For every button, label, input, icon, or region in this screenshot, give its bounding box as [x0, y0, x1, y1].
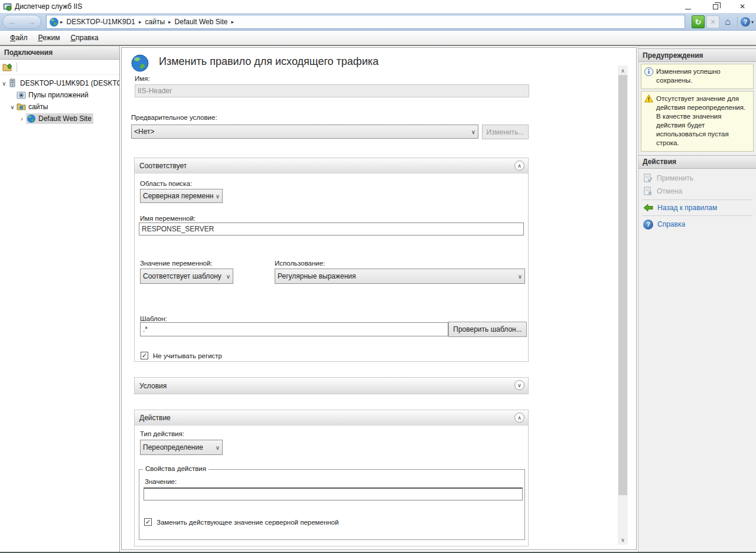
- divider: [642, 199, 752, 200]
- replace-value-checkbox[interactable]: ✓: [144, 518, 152, 526]
- breadcrumb-arrow-icon: ▸: [231, 19, 234, 25]
- stop-icon: ✕: [710, 18, 715, 26]
- scope-label: Область поиска:: [140, 180, 192, 187]
- breadcrumb-server[interactable]: DESKTOP-U1MK9D1: [67, 18, 135, 26]
- back-arrow-icon[interactable]: ←: [9, 18, 17, 26]
- connections-header-label: Подключения: [4, 48, 53, 57]
- action-type-select[interactable]: Переопределение ∨: [140, 440, 223, 455]
- iis-app-icon: [3, 2, 12, 11]
- menu-file[interactable]: Файл: [5, 32, 33, 44]
- forward-arrow-icon[interactable]: →: [28, 18, 35, 26]
- save-connection-icon[interactable]: [2, 63, 13, 72]
- rule-name-input: [135, 84, 529, 97]
- minimize-icon: [685, 9, 691, 9]
- chevron-expanded-icon[interactable]: ∨: [0, 80, 8, 87]
- edit-precondition-button: Изменить...: [482, 125, 529, 139]
- restore-icon: [713, 4, 718, 9]
- cancel-label: Отмена: [657, 187, 682, 195]
- chevron-down-icon: ∨: [216, 193, 220, 199]
- precondition-select[interactable]: <Нет> ∨: [131, 125, 478, 139]
- actions-panel: Предупреждения Изменения успешно сохране…: [638, 46, 756, 552]
- scroll-down-icon[interactable]: ∨: [618, 535, 628, 545]
- conditions-section-title: Условия: [139, 382, 167, 390]
- minimize-button[interactable]: [674, 0, 702, 13]
- action-value-input[interactable]: [144, 487, 523, 500]
- tree-item-app-pools[interactable]: Пулы приложений: [0, 89, 119, 101]
- chevron-expanded-icon[interactable]: ∨: [8, 104, 17, 110]
- tree-item-label: сайты: [28, 103, 48, 111]
- collapse-section-icon[interactable]: ∧: [514, 413, 524, 423]
- divider: [642, 215, 752, 216]
- replace-value-label: Заменить действующее значение серверной …: [157, 519, 338, 526]
- tree-item-default-web-site[interactable]: › Default Web Site: [0, 113, 119, 125]
- scope-select[interactable]: Серверная переменн ∨: [140, 189, 223, 203]
- alerts-header: Предупреждения: [638, 48, 756, 62]
- action-value-label: Значение:: [145, 478, 177, 485]
- conditions-section-header[interactable]: Условия ∨: [135, 378, 528, 394]
- action-section: Действие ∧ Тип действия: Переопределение…: [134, 410, 529, 547]
- page-globe-icon: [131, 54, 149, 73]
- address-bar[interactable]: ▸ DESKTOP-U1MK9D1 ▸ сайты ▸ Default Web …: [46, 15, 685, 29]
- toolbar-separator: [17, 63, 17, 72]
- ignore-case-checkbox[interactable]: ✓: [141, 352, 148, 359]
- actions-header-label: Действия: [643, 158, 676, 166]
- breadcrumb-default-web-site[interactable]: Default Web Site: [175, 18, 228, 26]
- help-menu-button[interactable]: ? ▾: [741, 17, 754, 27]
- menu-bar: Файл Режим Справка: [0, 31, 756, 46]
- pattern-input[interactable]: [140, 322, 448, 336]
- restore-button[interactable]: [702, 0, 729, 13]
- help-icon: ?: [643, 220, 653, 230]
- selected-tree-item[interactable]: Default Web Site: [26, 113, 93, 124]
- scroll-up-icon[interactable]: ∧: [618, 66, 628, 76]
- warning-icon: [644, 94, 653, 103]
- action-section-header[interactable]: Действие ∧: [135, 410, 528, 426]
- using-select[interactable]: Регулярные выражения ∨: [275, 269, 525, 284]
- variable-value-select[interactable]: Соответствует шаблону ∨: [140, 269, 233, 284]
- actions-header: Действия: [638, 155, 756, 169]
- chevron-down-icon: ∨: [471, 129, 475, 135]
- globe-icon: [49, 17, 59, 27]
- close-button[interactable]: ✕: [729, 0, 756, 13]
- cancel-action: Отмена: [638, 185, 756, 198]
- scrollbar-thumb[interactable]: [618, 75, 627, 495]
- name-label: Имя:: [135, 75, 150, 82]
- home-button[interactable]: ⌂: [721, 15, 734, 28]
- alerts-header-label: Предупреждения: [643, 51, 703, 60]
- collapse-section-icon[interactable]: ∧: [514, 161, 524, 171]
- variable-value-value: Соответствует шаблону: [143, 272, 224, 280]
- match-section: Соответствует ∧ Область поиска: Серверна…: [134, 158, 529, 362]
- variable-name-input[interactable]: [139, 222, 524, 235]
- match-section-header[interactable]: Соответствует ∧: [135, 158, 528, 174]
- variable-name-label: Имя переменной:: [140, 215, 195, 222]
- actions-list: Применить Отмена Назад к правилам ? Спра…: [638, 169, 756, 231]
- chevron-collapsed-icon[interactable]: ›: [18, 116, 26, 122]
- expand-section-icon[interactable]: ∨: [514, 380, 524, 390]
- window-controls: ✕: [674, 0, 756, 13]
- tree-item-label: Пулы приложений: [28, 91, 89, 99]
- tree-item-server[interactable]: ∨ DESKTOP-U1MK9D1 (DESKTOP: [0, 77, 119, 89]
- close-icon: ✕: [739, 2, 745, 11]
- main-scrollbar[interactable]: ∧ ∨: [618, 66, 628, 545]
- menu-help[interactable]: Справка: [66, 32, 104, 44]
- help-action[interactable]: ? Справка: [638, 218, 756, 231]
- breadcrumb-sites[interactable]: сайты: [145, 18, 165, 26]
- info-alert-text: Изменения успешно сохранены.: [656, 67, 751, 85]
- breadcrumb-arrow-icon: ▸: [168, 19, 171, 25]
- action-section-title: Действие: [139, 414, 171, 422]
- page-title: Изменить правило для исходящего трафика: [159, 55, 379, 68]
- using-value: Регулярные выражения: [278, 272, 516, 280]
- tree-item-sites[interactable]: ∨ сайты: [0, 101, 119, 113]
- connections-toolbar: [0, 60, 119, 75]
- apply-label: Применить: [657, 174, 693, 182]
- menu-view[interactable]: Режим: [33, 32, 66, 44]
- action-properties-group: Свойства действия Значение: ✓ Заменить д…: [139, 469, 525, 540]
- refresh-button[interactable]: ↻: [692, 15, 705, 28]
- back-to-rules-action[interactable]: Назад к правилам: [638, 202, 756, 214]
- toolbar-buttons: ↻ ✕ ⌂ ? ▾: [692, 15, 754, 29]
- conditions-section: Условия ∨: [134, 377, 529, 394]
- test-pattern-button[interactable]: Проверить шаблон...: [448, 322, 527, 337]
- match-section-title: Соответствует: [139, 162, 187, 170]
- precondition-value: <Нет>: [134, 127, 469, 136]
- scope-value: Серверная переменн: [143, 192, 213, 200]
- connections-tree: ∨ DESKTOP-U1MK9D1 (DESKTOP Пулы приложен…: [0, 75, 119, 125]
